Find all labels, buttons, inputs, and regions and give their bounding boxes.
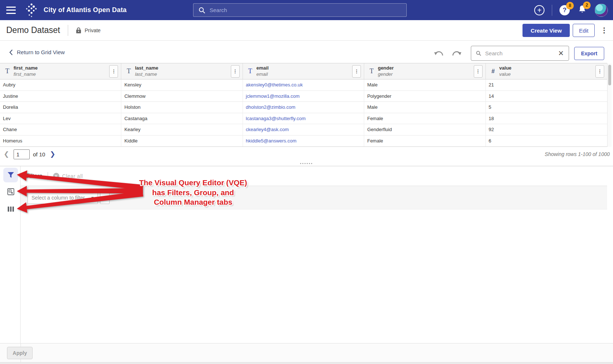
- table-cell: Female: [364, 135, 485, 147]
- text-type-icon: T: [125, 67, 132, 75]
- column-menu-icon[interactable]: ⋮: [109, 65, 118, 78]
- column-header-first_name[interactable]: Tfirst_namefirst_name⋮: [0, 63, 121, 79]
- table-cell: 21: [486, 79, 607, 90]
- email-link-cell[interactable]: dholston2@zimbio.com: [243, 102, 364, 113]
- table-cell: Justine: [0, 91, 121, 102]
- help-badge: 8: [566, 2, 574, 10]
- table-cell: Clemmow: [121, 91, 243, 102]
- table-cell: Chane: [0, 124, 121, 135]
- bottom-scroll-strip: [0, 362, 613, 364]
- notifications-button[interactable]: 2: [578, 5, 587, 16]
- table-cell: Kensley: [121, 79, 243, 90]
- clear-search-icon[interactable]: ✕: [558, 50, 564, 57]
- column-name: value: [499, 65, 512, 71]
- tab-filters[interactable]: [3, 168, 18, 182]
- table-row: LevCastanagalcastanaga3@shutterfly.comFe…: [0, 113, 607, 125]
- email-link-cell[interactable]: lcastanaga3@shutterfly.com: [243, 113, 364, 124]
- table-cell: Female: [364, 113, 485, 124]
- text-type-icon: T: [368, 67, 375, 75]
- column-header-gender[interactable]: Tgendergender⋮: [364, 63, 485, 79]
- column-field-name: last_name: [135, 71, 158, 77]
- table-cell: Polygender: [364, 91, 485, 102]
- column-header-last_name[interactable]: Tlast_namelast_name⋮: [121, 63, 243, 79]
- chevron-down-icon: ▼: [91, 196, 95, 200]
- next-page-icon[interactable]: ❯: [50, 150, 55, 158]
- table-cell: Male: [364, 79, 485, 90]
- column-menu-icon[interactable]: ⋮: [352, 65, 361, 78]
- table-row: JustineClemmowjclemmow1@mozilla.comPolyg…: [0, 91, 607, 102]
- table-cell: Male: [364, 102, 485, 113]
- add-icon[interactable]: +: [534, 5, 544, 15]
- table-cell: Kearley: [121, 124, 243, 135]
- email-link-cell[interactable]: akensley0@thetimes.co.uk: [243, 79, 364, 90]
- apply-button[interactable]: Apply: [7, 347, 33, 359]
- return-to-grid-link[interactable]: Return to Grid View: [9, 49, 65, 55]
- scrollbar-thumb[interactable]: [608, 65, 611, 85]
- column-field-name: gender: [378, 71, 394, 77]
- email-link-cell[interactable]: jclemmow1@mozilla.com: [243, 91, 364, 102]
- column-menu-icon[interactable]: ⋮: [595, 65, 604, 78]
- undo-icon[interactable]: [433, 50, 444, 59]
- column-header-email[interactable]: Temailemail⋮: [243, 63, 364, 79]
- prev-page-icon[interactable]: ❮: [4, 150, 9, 158]
- tab-group[interactable]: [3, 184, 18, 199]
- filters-title: Filters: [26, 173, 43, 179]
- redo-icon[interactable]: [452, 50, 462, 59]
- text-type-icon: T: [247, 67, 254, 75]
- column-field-name: value: [499, 71, 512, 77]
- filter-row: Select a column to filter... ▼ ⋮: [21, 186, 607, 209]
- panel-resize-handle[interactable]: [298, 162, 314, 165]
- privacy-label: Private: [85, 27, 101, 33]
- table-cell: 5: [486, 102, 607, 113]
- table-cell: Holston: [121, 102, 243, 113]
- chevron-left-icon: [9, 49, 13, 55]
- table-header-row: Tfirst_namefirst_name⋮Tlast_namelast_nam…: [0, 63, 607, 79]
- grid-search-input[interactable]: [485, 50, 558, 56]
- hamburger-menu-icon[interactable]: [6, 7, 16, 14]
- filter-kebab-menu-icon[interactable]: ⋮: [100, 192, 110, 204]
- vqe-footer: Apply: [0, 343, 613, 362]
- table-cell: Castanaga: [121, 113, 243, 124]
- number-type-icon: #: [490, 68, 497, 75]
- text-type-icon: T: [4, 67, 11, 75]
- column-header-value[interactable]: #valuevalue⋮: [486, 63, 607, 79]
- user-avatar[interactable]: [595, 4, 608, 17]
- column-menu-icon[interactable]: ⋮: [231, 65, 240, 78]
- notifications-badge: 2: [583, 1, 591, 9]
- table-cell: Homerus: [0, 135, 121, 147]
- email-link-cell[interactable]: ckearley4@ask.com: [243, 124, 364, 135]
- column-select-dropdown[interactable]: Select a column to filter... ▼: [27, 192, 98, 204]
- table-row: DoreliaHolstondholston2@zimbio.comMale5: [0, 102, 607, 113]
- site-logo-icon[interactable]: [24, 3, 38, 18]
- global-search-input[interactable]: [210, 7, 406, 13]
- search-icon: [476, 50, 481, 57]
- help-button[interactable]: ? 8: [560, 5, 570, 15]
- column-menu-icon[interactable]: ⋮: [474, 65, 483, 78]
- email-link-cell[interactable]: hkiddle5@answers.com: [243, 135, 364, 147]
- table-row: HomerusKiddlehkiddle5@answers.comFemale6: [0, 135, 607, 147]
- export-button[interactable]: Export: [574, 47, 604, 60]
- global-search-box[interactable]: [193, 3, 407, 17]
- vqe-tab-rail: [0, 166, 21, 364]
- clear-all-button[interactable]: ✕ Clear all: [53, 173, 83, 179]
- table-cell: 6: [486, 135, 607, 147]
- visual-query-editor: Filters ✕ Clear all Select a column to f…: [0, 166, 613, 364]
- edit-button[interactable]: Edit: [573, 24, 595, 37]
- page-number-input[interactable]: [14, 149, 30, 159]
- row-count-summary: Showing rows 1-100 of 1000: [545, 151, 610, 157]
- table-cell: 18: [486, 113, 607, 124]
- grid-search-box[interactable]: ✕: [471, 46, 569, 61]
- app-window: City of Atlantis Open Data + ? 8 2: [0, 0, 613, 364]
- tab-column-manager[interactable]: [3, 202, 18, 216]
- dataset-kebab-menu-icon[interactable]: ⋮: [601, 29, 608, 32]
- page-count-label: of 10: [33, 151, 45, 157]
- column-field-name: first_name: [14, 71, 38, 77]
- clear-all-icon: ✕: [53, 173, 59, 179]
- grid-toolbar: Return to Grid View ✕ Export: [0, 41, 613, 63]
- create-view-button[interactable]: Create View: [522, 24, 570, 37]
- table-cell: Genderfluid: [364, 124, 485, 135]
- lock-icon: [76, 27, 81, 34]
- top-header: City of Atlantis Open Data + ? 8 2: [0, 0, 613, 20]
- search-icon: [199, 7, 205, 14]
- column-manager-icon: [8, 206, 14, 212]
